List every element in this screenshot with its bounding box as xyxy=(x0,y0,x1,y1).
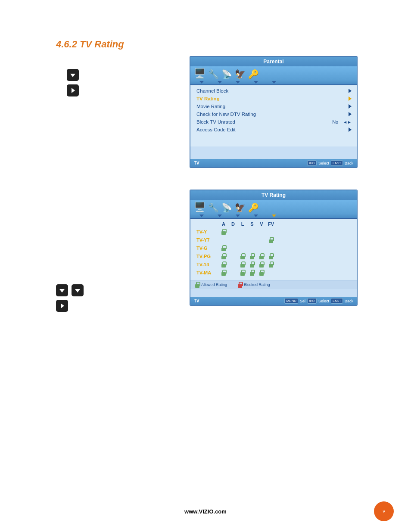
ctrl-last: LAST xyxy=(331,160,343,166)
label-tvpg: TV-PG xyxy=(196,254,219,259)
rating-row-tvpg: TV-PG xyxy=(196,253,351,260)
label-tvg: TV-G xyxy=(196,246,219,251)
cell-tvma-a[interactable] xyxy=(219,269,228,276)
screen2-footer: TV MENU Sel ⊕⊖ Select LAST Back xyxy=(190,297,357,305)
cell-tvpg-d[interactable] xyxy=(228,253,238,260)
s2-arrow1 xyxy=(199,215,204,217)
cell-tv14-fv[interactable] xyxy=(266,261,276,268)
key-icon: 🔑 xyxy=(248,69,259,79)
cell-tvy-a[interactable] xyxy=(219,228,228,235)
label-tvy7: TV-Y7 xyxy=(196,237,219,243)
arrow3 xyxy=(236,81,240,84)
screen1-header-text: Parental xyxy=(263,59,283,65)
screen2-icon-row2 xyxy=(190,214,357,219)
cell-tvg-d[interactable] xyxy=(228,245,238,252)
col-d: D xyxy=(228,221,238,227)
s2-arrow3 xyxy=(236,215,240,217)
remote-buttons-group2 xyxy=(56,284,84,314)
cell-tv14-a[interactable] xyxy=(219,261,228,268)
legend-blocked: Blocked Rating xyxy=(237,282,270,288)
cell-tvpg-s[interactable] xyxy=(247,253,257,260)
monitor-icon2: 🖥️ xyxy=(194,202,206,213)
s2-arrow4 xyxy=(254,215,258,217)
footer-tv-label2: TV xyxy=(194,299,199,303)
right-button[interactable] xyxy=(67,84,79,96)
allowed-label: Allowed Rating xyxy=(201,283,227,287)
cell-tvg-fv[interactable] xyxy=(266,245,276,252)
bird-icon2: 🦅 xyxy=(235,202,246,213)
cell-tvma-d[interactable] xyxy=(228,269,238,276)
screen1-header: Parental xyxy=(190,57,357,66)
menu-item-movie-rating[interactable]: Movie Rating xyxy=(190,103,357,110)
label-tv14: TV-14 xyxy=(196,262,219,267)
screen2-header: TV Rating xyxy=(190,190,357,200)
cell-tvy7-fv[interactable] xyxy=(266,236,276,243)
rating-col-headers: A D L S V FV xyxy=(196,221,351,227)
rating-row-tv14: TV-14 xyxy=(196,261,351,268)
cell-tvy-d[interactable] xyxy=(228,228,238,235)
ctrl-updown: ⊕⊖ xyxy=(307,160,317,166)
screen1-footer: TV ⊕⊖ Select LAST Back xyxy=(190,159,357,167)
cell-tvma-s[interactable] xyxy=(247,269,257,276)
key-icon2: 🔑 xyxy=(248,202,259,213)
blocked-icon xyxy=(237,282,243,288)
right-button-2[interactable] xyxy=(56,300,68,312)
cell-tvma-v[interactable] xyxy=(257,269,266,276)
menu-item-channel-block[interactable]: Channel Block xyxy=(190,87,357,95)
rating-row-tvy7: TV-Y7 xyxy=(196,236,351,243)
cell-tvy7-s[interactable] xyxy=(247,236,257,243)
rating-table: A D L S V FV TV-Y TV-Y7 xyxy=(190,219,357,280)
s2-arrow2 xyxy=(218,215,222,217)
arrow5 xyxy=(272,81,276,84)
cell-tvg-a[interactable] xyxy=(219,245,228,252)
satellite-icon: 📡 xyxy=(221,69,232,79)
screen1-icon-row2 xyxy=(190,80,357,85)
cell-tvy-fv[interactable] xyxy=(266,228,276,235)
cell-tvma-l[interactable] xyxy=(238,269,247,276)
footer-tv-label: TV xyxy=(194,161,199,165)
menu-item-tv-rating[interactable]: TV Rating xyxy=(190,95,357,103)
label-tvma: TV-MA xyxy=(196,270,219,275)
cell-tvma-fv[interactable] xyxy=(266,269,276,276)
down-button-2b[interactable] xyxy=(72,284,84,296)
cell-tvy7-a[interactable] xyxy=(219,236,228,243)
bird-icon: 🦅 xyxy=(235,69,246,79)
cell-tvpg-l[interactable] xyxy=(238,253,247,260)
down-button-2a[interactable] xyxy=(56,284,68,296)
cell-tvy-s[interactable] xyxy=(247,228,257,235)
vizio-logo: V xyxy=(374,501,394,521)
screen1-menu: Channel Block TV Rating Movie Rating Che… xyxy=(190,85,357,146)
arrow4 xyxy=(254,81,258,84)
parental-screen: Parental 🖥️ 🔧 📡 🦅 🔑 Channel Block TV Rat… xyxy=(190,56,358,168)
cell-tv14-v[interactable] xyxy=(257,261,266,268)
arrow-right-icon xyxy=(349,89,352,93)
cell-tvg-v[interactable] xyxy=(257,245,266,252)
screen1-icon-row1: 🖥️ 🔧 📡 🦅 🔑 xyxy=(190,66,357,80)
menu-item-check-dtv[interactable]: Check for New DTV Rating xyxy=(190,110,357,118)
cell-tvy7-l[interactable] xyxy=(238,236,247,243)
arrow2 xyxy=(218,81,222,84)
cell-tvg-s[interactable] xyxy=(247,245,257,252)
cell-tv14-d[interactable] xyxy=(228,261,238,268)
arrow-right-icon-access xyxy=(349,128,352,132)
monitor-icon: 🖥️ xyxy=(194,68,206,79)
satellite-icon2: 📡 xyxy=(221,202,232,213)
cell-tv14-l[interactable] xyxy=(238,261,247,268)
cell-tvpg-a[interactable] xyxy=(219,253,228,260)
arrow-right-icon-movie xyxy=(349,104,352,109)
cell-tvpg-fv[interactable] xyxy=(266,253,276,260)
cell-tvy-v[interactable] xyxy=(257,228,266,235)
cell-tvy7-v[interactable] xyxy=(257,236,266,243)
cell-tvy7-d[interactable] xyxy=(228,236,238,243)
remote-buttons-group1 xyxy=(67,69,79,96)
rating-row-tvma: TV-MA xyxy=(196,269,351,276)
cell-tvpg-v[interactable] xyxy=(257,253,266,260)
down-button[interactable] xyxy=(67,69,79,81)
menu-item-access-code[interactable]: Access Code Edit xyxy=(190,126,357,134)
cell-tvg-l[interactable] xyxy=(238,245,247,252)
menu-item-block-unrated[interactable]: Block TV Unrated No ◄► xyxy=(190,118,357,126)
cell-tv14-s[interactable] xyxy=(247,261,257,268)
cell-tvy-l[interactable] xyxy=(238,228,247,235)
vizio-logo-text: V xyxy=(383,510,385,513)
ctrl-updown2: ⊕⊖ xyxy=(307,298,317,304)
